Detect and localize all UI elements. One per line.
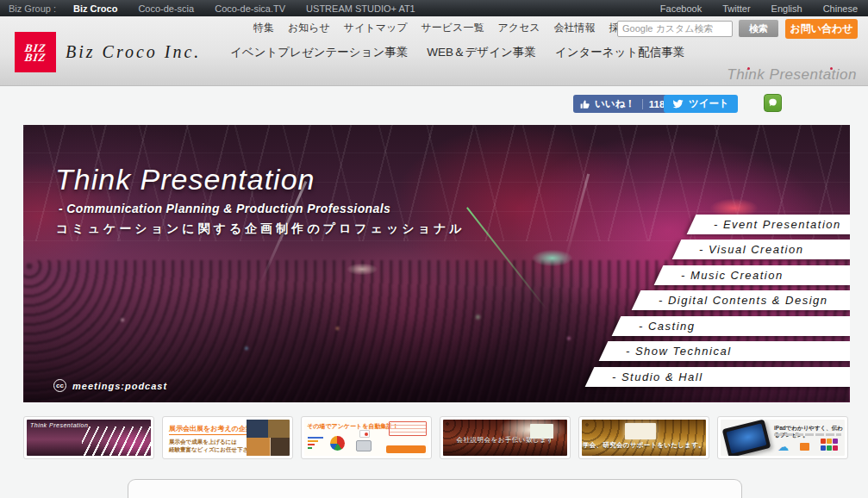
topbar-link-english[interactable]: English (771, 3, 802, 14)
topbar-link-biz-croco[interactable]: Biz Croco (73, 3, 117, 14)
content-panel (128, 479, 742, 498)
service-banner-music-creation[interactable]: - Music Creation (654, 265, 850, 285)
tweet-button[interactable]: ツイート (664, 95, 738, 113)
mini-pie-chart (330, 436, 345, 451)
thumbnail-title: 会社説明会をお手伝い致します (443, 436, 567, 445)
service-banner-digital-contents[interactable]: - Digital Contents & Design (632, 290, 850, 310)
slide-thumbnail-row: Think Presentation 展示会出展をお考えの企業様へ 展示会で成果… (23, 416, 850, 459)
thumbs-up-icon (580, 99, 590, 109)
search-button[interactable]: 検索 (739, 20, 778, 37)
service-banner-visual-creation[interactable]: - Visual Creation (672, 240, 850, 259)
tagline-text: Think Presentation (727, 66, 857, 83)
twitter-bird-icon (672, 98, 684, 109)
service-label: - Music Creation (659, 265, 850, 285)
thumbnail-title: その場でアンケートを自動集計！ (307, 422, 398, 431)
hero-slide: Think Presentation - Communication Plann… (23, 125, 850, 402)
thumbnail-title: iPadでわかりやすく、伝わるプレゼン。 (774, 425, 845, 439)
topbar-right-links: Facebook Twitter English Chinese (640, 3, 858, 14)
thumbnail-subtext-lines (774, 433, 841, 436)
thumbnail-image: その場でアンケートを自動集計！ (304, 420, 428, 456)
utility-nav-company[interactable]: 会社情報 (554, 21, 596, 35)
service-label: - Casting (616, 316, 850, 336)
cloud-icon: ☁ (777, 441, 789, 452)
topbar-link-ustream-studio[interactable]: USTREAM STUDIO+ AT1 (306, 3, 415, 14)
thumbnail-title: Think Presentation (30, 422, 88, 428)
thumbnail-image: iPadでわかりやすく、伝わるプレゼン。 ☁ (721, 420, 845, 456)
thumbnail-image: 展示会出展をお考えの企業様へ 展示会で成果を上げるには 経験豊富なビィズにお任せ… (165, 420, 290, 456)
slide-thumbnail-survey[interactable]: その場でアンケートを自動集計！ (301, 416, 432, 459)
utility-nav-feature[interactable]: 特集 (253, 21, 274, 35)
think-presentation-tagline: Think Presentation (727, 66, 857, 84)
facebook-like-button[interactable]: いいね！ 118 (573, 95, 671, 113)
topbar-link-coco-de-sica-tv[interactable]: Coco-de-sica.TV (215, 3, 285, 14)
topbar: Biz Group : Biz Croco Coco-de-scia Coco-… (0, 0, 868, 16)
topbar-link-chinese[interactable]: Chinese (823, 3, 858, 14)
slide-thumbnail-academic-conference[interactable]: 学会、研究会のサポートをいたします。 (578, 416, 709, 459)
photo-credit: cc meetings:podcast (53, 379, 167, 392)
utility-nav: 特集 お知らせ サイトマップ サービス一覧 アクセス 会社情報 採用情報 (253, 21, 651, 35)
search-area: 検索 (617, 20, 778, 37)
service-label: - Studio & Hall (590, 367, 850, 387)
thumbnail-image: 会社説明会をお手伝い致します (443, 420, 567, 456)
hero-subtitle-en: - Communication Planning & Production Pr… (59, 202, 390, 215)
thumbnail-line: 展示会で成果を上げるには (169, 439, 237, 446)
mini-ipad (722, 420, 771, 456)
mini-note-box (389, 421, 427, 436)
search-input[interactable] (617, 21, 733, 37)
service-label: - Event Presentation (691, 215, 850, 234)
biz-croco-logo[interactable]: BIZ BIZ (15, 32, 56, 72)
slide-thumbnail-think-presentation[interactable]: Think Presentation (23, 416, 154, 459)
presentation-app-icon (800, 443, 809, 451)
credit-text: meetings:podcast (72, 381, 167, 391)
evernote-clip-button[interactable] (764, 94, 782, 112)
thumbnail-image: 学会、研究会のサポートをいたします。 (582, 420, 706, 456)
like-count: 118 (642, 99, 665, 109)
slide-thumbnail-exhibition[interactable]: 展示会出展をお考えの企業様へ 展示会で成果を上げるには 経験豊富なビィズにお任せ… (162, 416, 293, 459)
company-name[interactable]: Biz Croco Inc. (66, 42, 201, 62)
main-nav-internet-streaming[interactable]: インターネット配信事業 (555, 45, 684, 60)
utility-nav-services[interactable]: サービス一覧 (422, 21, 484, 35)
mini-clicker-device (359, 430, 370, 438)
creative-commons-icon: cc (53, 379, 66, 392)
utility-nav-access[interactable]: アクセス (497, 21, 540, 35)
thumbnail-title: 学会、研究会のサポートをいたします。 (582, 441, 706, 450)
utility-nav-news[interactable]: お知らせ (288, 21, 330, 35)
service-banner-casting[interactable]: - Casting (612, 316, 850, 336)
service-label: - Visual Creation (677, 240, 850, 259)
mini-device (356, 440, 372, 451)
main-nav-web-design[interactable]: WEB＆デザイン事業 (427, 45, 536, 60)
topbar-link-twitter[interactable]: Twitter (722, 3, 750, 14)
mini-service-stripes (82, 426, 151, 456)
main-nav: イベントプレゼンテーション事業 WEB＆デザイン事業 インターネット配信事業 (230, 45, 684, 60)
hero-subtitle-jp: コミュケーションに関する企画制作のプロフェッショナル (56, 221, 465, 237)
topbar-link-facebook[interactable]: Facebook (660, 3, 702, 14)
service-label: - Digital Contents & Design (636, 290, 850, 310)
topbar-link-coco-de-scia[interactable]: Coco-de-scia (138, 3, 194, 14)
service-banner-event-presentation[interactable]: - Event Presentation (687, 215, 850, 234)
service-banner-show-technical[interactable]: - Show Technical (599, 341, 850, 361)
slide-thumbnail-company-seminar[interactable]: 会社説明会をお手伝い致します (440, 416, 571, 459)
service-banner-studio-hall[interactable]: - Studio & Hall (585, 367, 850, 387)
service-label: - Show Technical (603, 341, 850, 361)
contact-button[interactable]: お問い合わせ (785, 19, 858, 39)
mini-projector-screen (625, 423, 656, 439)
utility-nav-sitemap[interactable]: サイトマップ (344, 21, 408, 35)
hero-title: Think Presentation (55, 163, 315, 196)
mini-orange-button (386, 445, 426, 453)
app-icons-grid (821, 439, 840, 451)
topbar-group-label: Biz Group : (9, 3, 56, 14)
evernote-elephant-icon (767, 97, 778, 109)
page: Biz Group : Biz Croco Coco-de-scia Coco-… (0, 0, 868, 498)
logo-text-line2: BIZ (24, 53, 47, 62)
like-label: いいね！ (595, 97, 635, 110)
thumbnail-image: Think Presentation (27, 420, 151, 456)
tweet-label: ツイート (689, 97, 729, 110)
main-nav-event-presentation[interactable]: イベントプレゼンテーション事業 (230, 45, 408, 60)
thumbnail-photo-collage (247, 420, 290, 456)
slide-thumbnail-ipad-presentation[interactable]: iPadでわかりやすく、伝わるプレゼン。 ☁ (717, 416, 848, 459)
